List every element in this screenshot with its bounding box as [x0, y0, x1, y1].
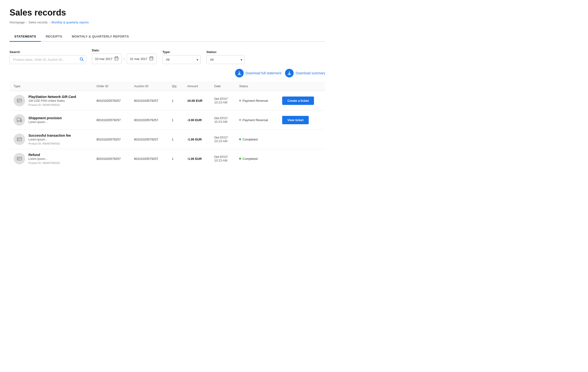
auction-id-cell: 80101020579257 — [130, 111, 168, 130]
breadcrumb-sep-2: › — [49, 21, 50, 24]
download-summary-button[interactable]: Download summary — [285, 69, 325, 77]
col-order-id: Order ID — [93, 81, 130, 91]
status-select-wrapper: All Completed Pending Payment Reversal ▾ — [206, 55, 245, 64]
svg-rect-12 — [17, 99, 21, 102]
records-table: Type Order ID Auction ID Qty. Amount Dat… — [10, 81, 325, 169]
product-sub: 100 USD PSN United States — [29, 99, 76, 102]
download-summary-icon — [285, 69, 294, 77]
download-full-label: Download full statement — [246, 71, 281, 75]
order-id-cell: 80101020579257 — [93, 149, 130, 169]
download-summary-label: Download summary — [295, 71, 325, 75]
col-date: Date — [210, 81, 235, 91]
date-to[interactable]: 31 mar 2017 — [127, 53, 157, 64]
product-icon — [14, 95, 25, 106]
qty-cell: 1 — [168, 91, 183, 111]
product-name: Successful transaction fee — [29, 134, 71, 137]
product-name: PlayStation Network Gift Card — [29, 95, 76, 99]
search-button[interactable] — [79, 57, 84, 62]
product-info: Refund Lorem ipsum... Product ID: 456487… — [29, 153, 60, 164]
svg-line-1 — [82, 60, 83, 61]
status-cell: Payment Reversal — [235, 111, 278, 130]
product-id: Product ID: 456487956542 — [29, 142, 71, 145]
date-group: Date: 10 mar 2017 - 31 mar 2017 — [92, 49, 157, 64]
breadcrumb-homepage[interactable]: Homepage — [10, 20, 25, 24]
actions-row: Download full statement Download summary — [10, 69, 325, 77]
product-sub: Lorem ipsum... — [29, 157, 60, 161]
action-cell — [278, 149, 325, 169]
auction-id-cell: 80101020579257 — [130, 130, 168, 149]
svg-rect-18 — [17, 138, 21, 141]
product-info: Successful transaction fee Lorem ipsum..… — [29, 134, 71, 145]
product-icon — [14, 114, 25, 126]
col-status: Status — [235, 81, 278, 91]
date-cell: Oct 07/1710:23 AM — [210, 111, 235, 130]
qty-cell: 1 — [168, 130, 183, 149]
date-separator: - — [124, 57, 125, 61]
status-text: Completed — [242, 138, 258, 141]
status-cell: Completed — [235, 149, 278, 169]
tab-statements[interactable]: STATEMENTS — [10, 32, 41, 42]
svg-rect-2 — [115, 57, 118, 60]
status-text: Payment Reversal — [242, 99, 268, 102]
type-group: Type: All Payment Refund Fee ▾ — [162, 50, 201, 64]
date-cell: Oct 07/1710:23 AM — [210, 149, 235, 169]
status-label: Status: — [206, 50, 245, 54]
status-text: Completed — [242, 157, 258, 161]
date-cell: Oct 07/1710:23 AM — [210, 130, 235, 149]
amount-cell: -1.00 EUR — [183, 130, 210, 149]
qty-cell: 1 — [168, 111, 183, 130]
action-cell — [278, 130, 325, 149]
status-dot — [239, 158, 241, 160]
search-input[interactable] — [10, 55, 86, 64]
date-label: Date: — [92, 49, 157, 52]
col-auction-id: Auction ID — [130, 81, 168, 91]
tab-monthly[interactable]: MONTHLY & QUARTERLY REPORTS — [67, 32, 134, 42]
product-info: PlayStation Network Gift Card 100 USD PS… — [29, 95, 76, 106]
product-name: Refund — [29, 153, 60, 157]
date-range: 10 mar 2017 - 31 mar 2017 — [92, 53, 157, 64]
download-full-statement-button[interactable]: Download full statement — [235, 69, 281, 77]
product-sub: Lorem ipsum... — [29, 121, 62, 124]
status-select[interactable]: All Completed Pending Payment Reversal — [206, 55, 245, 64]
filters-row: Search Date: 10 mar 2017 — [10, 49, 325, 64]
breadcrumb-sep-1: › — [26, 21, 27, 24]
product-sub: Lorem ipsum... — [29, 138, 71, 141]
qty-cell: 1 — [168, 149, 183, 169]
svg-point-16 — [17, 121, 19, 122]
type-cell: Refund Lorem ipsum... Product ID: 456487… — [10, 149, 93, 169]
col-qty: Qty. — [168, 81, 183, 91]
search-icon — [79, 57, 84, 61]
type-cell: Successful transaction fee Lorem ipsum..… — [10, 130, 93, 149]
svg-rect-6 — [150, 57, 153, 60]
col-action — [278, 81, 325, 91]
date-from[interactable]: 10 mar 2017 — [92, 53, 122, 64]
view-ticket-button[interactable]: View ticket — [282, 116, 309, 124]
date-from-value: 10 mar 2017 — [95, 57, 112, 61]
date-to-value: 31 mar 2017 — [130, 57, 147, 61]
action-cell: View ticket — [278, 111, 325, 130]
date-cell: Oct 07/1710:23 AM — [210, 91, 235, 111]
action-cell: Create a ticket — [278, 91, 325, 111]
amount-cell: -1.00 EUR — [183, 149, 210, 169]
tab-receipts[interactable]: RECEIPTS — [41, 32, 67, 42]
svg-rect-15 — [17, 118, 20, 121]
status-dot — [239, 119, 241, 121]
download-full-icon — [235, 69, 244, 77]
table-row: Refund Lorem ipsum... Product ID: 456487… — [10, 149, 325, 169]
order-id-cell: 80101020579257 — [93, 111, 130, 130]
breadcrumb-sales[interactable]: Seles records — [29, 20, 48, 24]
product-id: Product ID: 456487956542 — [29, 103, 76, 106]
type-select-wrapper: All Payment Refund Fee ▾ — [162, 55, 201, 64]
order-id-cell: 80101020579257 — [93, 91, 130, 111]
status-text: Payment Reversal — [242, 118, 268, 122]
calendar-from-icon — [114, 56, 119, 61]
tabs-container: STATEMENTS RECEIPTS MONTHLY & QUARTERLY … — [10, 32, 325, 42]
breadcrumb-current: Monthly & quarterly reports — [52, 20, 89, 24]
status-dot — [239, 138, 241, 140]
create-ticket-button[interactable]: Create a ticket — [282, 97, 314, 105]
amount-cell: 10.00 EUR — [183, 91, 210, 111]
search-group: Search — [10, 50, 86, 64]
page-title: Sales records — [10, 8, 325, 18]
type-select[interactable]: All Payment Refund Fee — [162, 55, 201, 64]
product-icon — [14, 134, 25, 145]
